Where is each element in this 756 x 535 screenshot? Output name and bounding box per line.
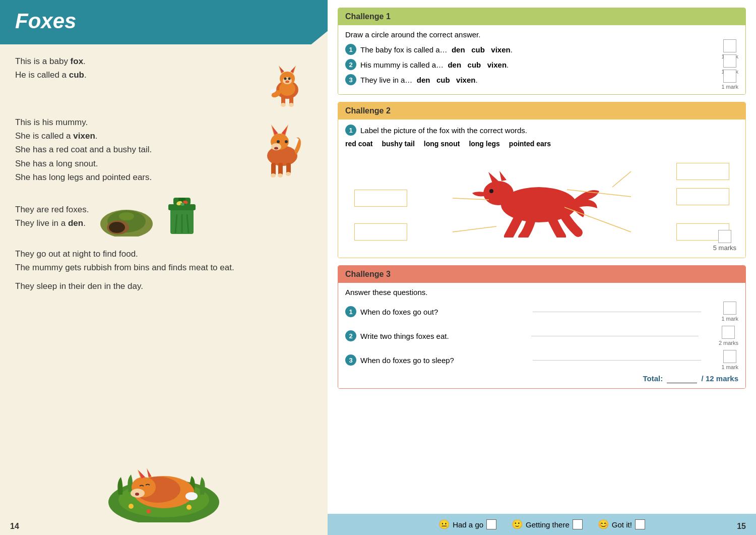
bin-image [164, 195, 200, 238]
got-it-checkbox[interactable] [635, 519, 645, 529]
section-sleep: They sleep in their den in the day. [15, 279, 312, 293]
svg-point-61 [186, 505, 192, 510]
q2-number: 2 [345, 59, 356, 70]
footer-getting-there: 🙂 Getting there [512, 519, 583, 530]
vixen-text: This is his mummy. She is called a vixen… [15, 115, 252, 184]
c3q2-mark-box: 2 marks [719, 326, 738, 346]
word-long-legs: long legs [469, 140, 499, 148]
c3q2-checkbox [722, 326, 735, 339]
baby-fox-image [262, 54, 312, 107]
section-night: They go out at night to find food. The m… [15, 247, 312, 274]
vixen-image [252, 115, 312, 179]
page-title: Foxes [15, 9, 312, 33]
word-red-coat: red coat [345, 140, 372, 148]
c3q2-answer-line [531, 336, 698, 336]
sleeping-fox-area [15, 437, 312, 530]
svg-point-64 [483, 181, 514, 205]
section-baby-fox: This is a baby fox. He is called a cub. [15, 54, 312, 107]
svg-point-13 [281, 103, 286, 107]
getting-there-checkbox[interactable] [573, 519, 583, 529]
c3q1-text: When do foxes go out? [360, 308, 529, 316]
word-long-snout: long snout [424, 140, 460, 148]
svg-point-36 [109, 222, 125, 233]
svg-point-60 [129, 504, 134, 509]
challenge-1-instruction: Draw a circle around the correct answer. [345, 30, 738, 39]
c3q2-text: Write two things foxes eat. [360, 332, 527, 340]
c3q3-mark-box: 1 mark [721, 350, 738, 370]
challenge-1-header: Challenge 1 [338, 8, 745, 25]
page-number-right: 15 [737, 522, 746, 531]
svg-point-32 [286, 172, 291, 176]
c3q3-answer-line [533, 360, 701, 361]
q1-checkbox [723, 39, 736, 52]
q2-checkbox [723, 54, 736, 68]
total-blank [667, 374, 697, 383]
svg-point-67 [489, 189, 493, 193]
label-box-red-coat [354, 190, 407, 207]
challenge-2-block: Challenge 2 1 Label the picture of the f… [338, 102, 746, 258]
svg-point-31 [278, 173, 283, 177]
c3q1-checkbox [723, 302, 736, 315]
had-a-go-checkbox[interactable] [486, 519, 496, 529]
svg-point-58 [135, 493, 139, 496]
challenge3-q1: 1 When do foxes go out? 1 mark [345, 302, 738, 322]
c3q2-mark-label: 2 marks [719, 340, 738, 346]
challenge-3-header: Challenge 3 [338, 266, 745, 283]
challenge2-q1-number: 1 [345, 125, 356, 136]
vixen-line2: She is called a vixen. [15, 129, 252, 143]
baby-fox-line2: He is called a cub. [15, 68, 262, 82]
svg-point-25 [285, 140, 288, 143]
challenge3-q3: 3 When do foxes go to sleep? 1 mark [345, 350, 738, 370]
footer-had-a-go: 😐 Had a go [438, 519, 496, 530]
got-it-icon: 😊 [598, 519, 609, 530]
svg-point-24 [277, 140, 280, 143]
label-box-long-legs [354, 223, 407, 241]
svg-line-69 [612, 171, 631, 187]
vixen-line5: She has long legs and pointed ears. [15, 170, 252, 184]
fox-label-diagram: 5 marks [345, 152, 738, 253]
svg-point-14 [289, 103, 294, 107]
svg-marker-66 [499, 171, 507, 181]
marks-5-label: 5 marks [713, 230, 736, 252]
c3q3-checkbox [723, 350, 736, 363]
svg-point-8 [284, 78, 287, 80]
den-line2: They live in a den. [15, 216, 89, 230]
word-pointed-ears: pointed ears [509, 140, 551, 148]
baby-fox-text: This is a baby fox. He is called a cub. [15, 54, 262, 82]
getting-there-label: Getting there [526, 520, 570, 529]
vixen-line4: She has a long snout. [15, 157, 252, 170]
den-line1: They are red foxes. [15, 203, 89, 216]
q3-checkbox [723, 70, 736, 83]
section-den: They are red foxes. They live in a den. [15, 191, 312, 242]
svg-point-26 [274, 147, 278, 150]
svg-point-30 [271, 173, 276, 177]
had-a-go-label: Had a go [453, 520, 483, 529]
challenge3-q2: 2 Write two things foxes eat. 2 marks [345, 326, 738, 346]
c3q1-mark-box: 1 mark [721, 302, 738, 322]
c3q3-text: When do foxes go to sleep? [360, 356, 529, 365]
marks5-text: 5 marks [713, 244, 736, 252]
section-vixen: This is his mummy. She is called a vixen… [15, 115, 312, 184]
left-content: This is a baby fox. He is called a cub. [0, 44, 328, 535]
challenge-1-block: Challenge 1 Draw a circle around the cor… [338, 8, 746, 95]
challenge2-q1: 1 Label the picture of the fox with the … [345, 125, 738, 136]
svg-point-59 [185, 492, 198, 500]
c3q1-number: 1 [345, 306, 356, 317]
footer-bar: 😐 Had a go 🙂 Getting there 😊 Got it! [328, 514, 756, 535]
challenge-2-body: 1 Label the picture of the fox with the … [338, 120, 745, 258]
c3q3-number: 3 [345, 354, 356, 366]
q1-number: 1 [345, 44, 356, 55]
marks5-checkbox [718, 230, 731, 243]
svg-point-10 [285, 81, 289, 83]
getting-there-icon: 🙂 [512, 519, 523, 530]
challenge-3-body: Answer these questions. 1 When do foxes … [338, 283, 745, 388]
c3q2-number: 2 [345, 330, 356, 341]
challenge1-q1: 1 The baby fox is called a… den cub vixe… [345, 44, 738, 55]
challenge2-instruction: Label the picture of the fox with the co… [360, 126, 738, 135]
footer-got-it: 😊 Got it! [598, 519, 645, 530]
challenge-3-instruction: Answer these questions. [345, 288, 738, 296]
page-number-left: 14 [10, 522, 19, 531]
left-panel: Foxes This is a baby fox. He is called a… [0, 0, 328, 535]
den-text: They are red foxes. They live in a den. [15, 203, 89, 230]
q1-text: The baby fox is called a… den cub vixen. [360, 45, 738, 54]
